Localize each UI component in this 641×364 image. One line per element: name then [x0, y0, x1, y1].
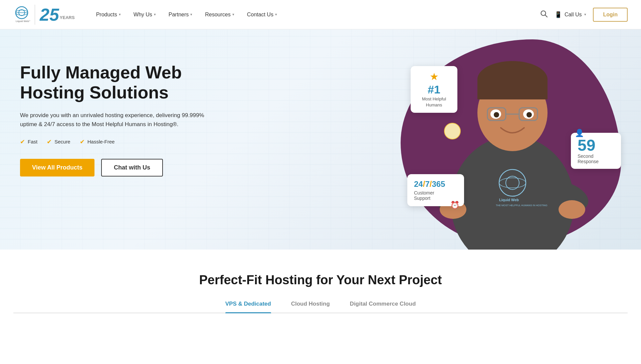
- phone-icon: 📱: [555, 11, 562, 18]
- person-icon: 👤: [575, 129, 584, 137]
- star-icon: ★: [417, 71, 451, 82]
- hero-title: Fully Managed Web Hosting Solutions: [20, 63, 207, 103]
- partners-chevron-icon: ▾: [190, 12, 192, 17]
- resources-chevron-icon: ▾: [232, 12, 234, 17]
- call-chevron-icon: ▾: [584, 12, 586, 17]
- feature-fast: ✔ Fast: [20, 138, 37, 145]
- svg-text:Liquid Web: Liquid Web: [499, 198, 519, 202]
- view-all-products-button[interactable]: View All Products: [20, 159, 94, 176]
- products-chevron-icon: ▾: [119, 12, 121, 17]
- rank-number: #1: [417, 83, 451, 96]
- contact-chevron-icon: ▾: [275, 12, 277, 17]
- check-hassle-icon: ✔: [80, 138, 85, 145]
- bottom-title: Perfect-Fit Hosting for Your Next Projec…: [13, 273, 628, 287]
- search-button[interactable]: [540, 10, 548, 20]
- login-button[interactable]: Login: [593, 8, 628, 22]
- response-number: 59: [578, 137, 614, 153]
- badge-support: 24/7/365 Customer Support ⏰: [407, 174, 464, 206]
- bottom-section: Perfect-Fit Hosting for Your Next Projec…: [0, 250, 641, 327]
- nav-why-us[interactable]: Why Us ▾: [129, 9, 161, 20]
- response-label: Second Response: [578, 153, 614, 164]
- hero-buttons: View All Products Chat with Us: [20, 159, 207, 176]
- svg-text:THE MOST HELPFUL HUMANS IN HOS: THE MOST HELPFUL HUMANS IN HOSTING: [496, 204, 548, 207]
- svg-line-6: [545, 15, 547, 17]
- nav-links: Products ▾ Why Us ▾ Partners ▾ Resources…: [91, 9, 540, 20]
- clock-icon: ⏰: [450, 201, 459, 210]
- anniversary-number: 25: [40, 6, 59, 23]
- svg-point-22: [526, 112, 532, 117]
- hero-content: Fully Managed Web Hosting Solutions We p…: [0, 29, 227, 197]
- support-label: Customer Support: [414, 190, 457, 201]
- nav-resources[interactable]: Resources ▾: [200, 9, 239, 20]
- badge-response: 👤 59 Second Response: [571, 133, 621, 169]
- nav-right: 📱 Call Us ▾ Login: [540, 8, 628, 22]
- nav-contact-us[interactable]: Contact Us ▾: [242, 9, 282, 20]
- anniversary-label: YEARS: [60, 15, 75, 20]
- svg-rect-15: [477, 79, 548, 99]
- hero-subtitle: We provide you with an unrivaled hosting…: [20, 111, 207, 129]
- hero-person: Liquid Web THE MOST HELPFUL HUMANS IN HO…: [404, 36, 621, 250]
- tab-cloud-hosting[interactable]: Cloud Hosting: [291, 301, 330, 313]
- decorative-circle: [444, 123, 461, 139]
- navbar: Liquid Web™ 25 YEARS Products ▾ Why Us ▾…: [0, 0, 641, 29]
- tab-digital-commerce[interactable]: Digital Commerce Cloud: [350, 301, 416, 313]
- badge-rank: ★ #1 Most HelpfulHumans: [411, 66, 457, 113]
- hero-features: ✔ Fast ✔ Secure ✔ Hassle-Free: [20, 138, 207, 145]
- rank-label: Most HelpfulHumans: [417, 96, 451, 108]
- tabs-row: VPS & Dedicated Cloud Hosting Digital Co…: [13, 301, 628, 313]
- tab-vps-dedicated[interactable]: VPS & Dedicated: [225, 301, 271, 313]
- hero-right: Liquid Web THE MOST HELPFUL HUMANS IN HO…: [381, 29, 641, 250]
- nav-products[interactable]: Products ▾: [91, 9, 126, 20]
- check-secure-icon: ✔: [47, 138, 52, 145]
- svg-text:Liquid Web™: Liquid Web™: [16, 20, 30, 23]
- chat-with-us-button[interactable]: Chat with Us: [101, 159, 163, 176]
- logo[interactable]: Liquid Web™ 25 YEARS: [13, 5, 75, 25]
- hero-section: Fully Managed Web Hosting Solutions We p…: [0, 29, 641, 250]
- check-fast-icon: ✔: [20, 138, 25, 145]
- svg-point-21: [494, 112, 499, 117]
- nav-partners[interactable]: Partners ▾: [164, 9, 197, 20]
- logo-icon: Liquid Web™: [13, 5, 30, 24]
- call-us-button[interactable]: 📱 Call Us ▾: [555, 11, 587, 18]
- why-us-chevron-icon: ▾: [154, 12, 156, 17]
- feature-secure: ✔ Secure: [47, 138, 70, 145]
- svg-point-11: [559, 200, 585, 219]
- feature-hassle-free: ✔ Hassle-Free: [80, 138, 115, 145]
- support-main: 24/7/365: [414, 179, 457, 189]
